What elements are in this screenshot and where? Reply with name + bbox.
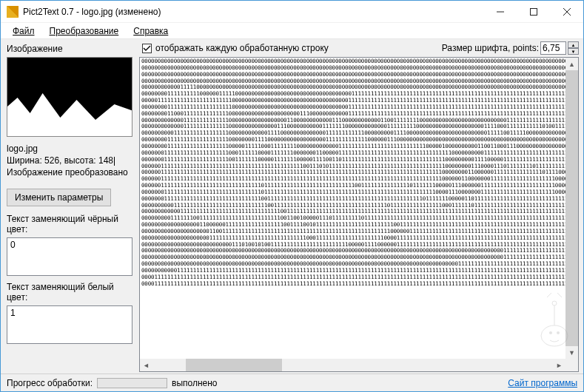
black-text-label: Текст заменяющий чёрный цвет: bbox=[7, 214, 132, 234]
font-size-down[interactable]: ▼ bbox=[568, 48, 579, 55]
svg-rect-1 bbox=[530, 8, 537, 15]
font-size-up[interactable]: ▲ bbox=[568, 41, 579, 48]
minimize-button[interactable] bbox=[483, 1, 517, 22]
image-preview bbox=[7, 57, 132, 137]
image-info: logo.jpg Ширина: 526, высота: 148 Изобра… bbox=[7, 143, 132, 181]
window-title: Pict2Text 0.7 - logo.jpg (изменено) bbox=[23, 7, 483, 17]
output-box: 0000000000000000000000000000000000000000… bbox=[139, 57, 579, 372]
statusbar: Прогресс обработки: выполнено Сайт прогр… bbox=[1, 374, 583, 391]
info-status: Изображение преобразовано bbox=[7, 166, 132, 178]
info-dims: Ширина: 526, высота: 148 bbox=[7, 155, 132, 166]
show-each-line-checkbox[interactable]: отображать каждую обработанную строку bbox=[142, 43, 329, 53]
vertical-scrollbar[interactable]: ▲ ▼ bbox=[565, 58, 578, 359]
checkbox-icon bbox=[142, 44, 152, 53]
menubar: Файл Преобразование Справка bbox=[1, 23, 583, 39]
font-size-input[interactable] bbox=[540, 41, 566, 55]
checkbox-label: отображать каждую обработанную строку bbox=[155, 43, 329, 53]
maximize-button[interactable] bbox=[517, 1, 550, 22]
font-size-label: Размер шрифта, points: bbox=[442, 43, 539, 53]
change-params-button[interactable]: Изменить параметры bbox=[7, 189, 111, 206]
scroll-up-icon[interactable]: ▲ bbox=[565, 58, 578, 70]
progress-done-label: выполнено bbox=[172, 378, 218, 388]
white-text-input[interactable]: 1 bbox=[7, 305, 132, 344]
output-text[interactable]: 0000000000000000000000000000000000000000… bbox=[140, 58, 578, 359]
app-icon bbox=[7, 6, 19, 18]
menu-transform[interactable]: Преобразование bbox=[44, 24, 125, 38]
image-label: Изображение bbox=[7, 44, 132, 54]
info-filename: logo.jpg bbox=[7, 143, 132, 155]
menu-file[interactable]: Файл bbox=[7, 24, 41, 38]
scroll-right-icon[interactable]: ► bbox=[553, 359, 565, 371]
menu-help[interactable]: Справка bbox=[127, 24, 174, 38]
close-button[interactable] bbox=[550, 1, 583, 22]
left-panel: Изображение logo.jpg Ширина: 526, высота… bbox=[1, 39, 138, 374]
scroll-left-icon[interactable]: ◄ bbox=[140, 359, 152, 371]
site-link[interactable]: Сайт программы bbox=[508, 378, 577, 388]
hscroll-thumb[interactable] bbox=[186, 359, 282, 371]
scroll-down-icon[interactable]: ▼ bbox=[565, 346, 578, 359]
white-text-label: Текст заменяющий белый цвет: bbox=[7, 282, 132, 303]
progress-label: Прогресс обработки: bbox=[7, 378, 93, 388]
black-text-input[interactable]: 0 bbox=[7, 237, 132, 276]
vscroll-thumb[interactable] bbox=[565, 70, 578, 346]
horizontal-scrollbar[interactable]: ◄ ► bbox=[140, 359, 578, 371]
progress-bar bbox=[97, 378, 167, 388]
titlebar: Pict2Text 0.7 - logo.jpg (изменено) bbox=[1, 1, 583, 23]
